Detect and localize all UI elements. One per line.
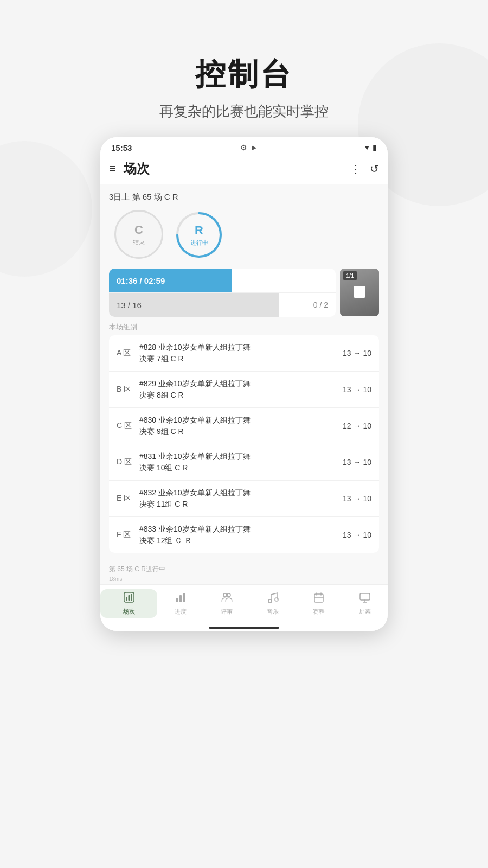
- home-indicator: [209, 627, 279, 629]
- svg-rect-3: [126, 597, 127, 601]
- nav-item-场次[interactable]: 场次: [100, 589, 157, 618]
- group-info: #828 业余10岁女单新人组拉丁舞 决赛 7组 C R: [139, 342, 337, 365]
- svg-rect-13: [314, 594, 323, 602]
- zone-label: B 区: [117, 385, 134, 394]
- group-score: 13 → 10: [343, 385, 371, 394]
- app-bar-actions: ⋮ ↺: [350, 162, 379, 175]
- nav-icon-评审: [221, 591, 233, 605]
- group-info: #833 业余10岁女单新人组拉丁舞 决赛 12组 Ｃ Ｒ: [139, 524, 337, 546]
- footer-status: 第 65 场 C R进行中: [100, 560, 388, 576]
- nav-icon-场次: [123, 591, 135, 605]
- nav-icon-赛程: [313, 591, 325, 605]
- groups-table: A 区#828 业余10岁女单新人组拉丁舞 决赛 7组 C R13 → 10B …: [109, 335, 379, 553]
- circle-c-sublabel: 结束: [133, 238, 145, 246]
- group-score: 13 → 10: [343, 531, 371, 539]
- bottom-nav: 场次进度评审音乐赛程屏幕: [100, 584, 388, 623]
- nav-item-赛程[interactable]: 赛程: [296, 589, 342, 618]
- zone-label: E 区: [117, 494, 134, 503]
- nav-label-屏幕: 屏幕: [359, 608, 371, 616]
- nav-item-音乐[interactable]: 音乐: [249, 589, 296, 618]
- progress-bars: 01:36 / 02:59 13 / 16 0 / 2: [109, 269, 336, 317]
- nav-label-进度: 进度: [175, 608, 187, 616]
- table-row[interactable]: F 区#833 业余10岁女单新人组拉丁舞 决赛 12组 Ｃ Ｒ13 → 10: [109, 517, 379, 553]
- time-progress-row: 01:36 / 02:59: [109, 269, 336, 292]
- refresh-button[interactable]: ↺: [370, 162, 379, 175]
- nav-icon-进度: [175, 591, 187, 605]
- status-right-icons: ▾ ▮: [365, 143, 377, 152]
- ping-label: 18ms: [100, 576, 388, 584]
- app-bar: ≡ 场次 ⋮ ↺: [100, 156, 388, 184]
- svg-rect-6: [176, 598, 178, 602]
- svg-point-9: [223, 593, 227, 597]
- table-row[interactable]: A 区#828 业余10岁女单新人组拉丁舞 决赛 7组 C R13 → 10: [109, 335, 379, 372]
- zone-label: D 区: [117, 457, 134, 467]
- status-center-icons: ⚙ ▶: [240, 143, 256, 152]
- nav-label-场次: 场次: [123, 608, 135, 616]
- count-progress-row: 13 / 16 0 / 2: [109, 293, 336, 317]
- svg-rect-5: [131, 594, 132, 601]
- group-info: #832 业余10岁女单新人组拉丁舞 决赛 11组 C R: [139, 487, 337, 510]
- nav-item-进度[interactable]: 进度: [157, 589, 203, 618]
- zone-label: C 区: [117, 421, 134, 431]
- count-progress-text: 13 / 16: [109, 301, 313, 310]
- zone-label: A 区: [117, 348, 134, 358]
- more-options-button[interactable]: ⋮: [350, 162, 361, 175]
- progress-section: 01:36 / 02:59 13 / 16 0 / 2 1/1: [109, 269, 379, 317]
- svg-point-10: [227, 593, 230, 597]
- nav-label-赛程: 赛程: [313, 608, 325, 616]
- status-time: 15:53: [111, 143, 132, 152]
- nav-item-评审[interactable]: 评审: [203, 589, 249, 618]
- play-icon: ▶: [252, 144, 256, 151]
- nav-icon-屏幕: [359, 591, 371, 605]
- status-circles: C 结束 R 进行中: [109, 210, 379, 260]
- nav-label-评审: 评审: [221, 608, 233, 616]
- groups-label: 本场组别: [109, 322, 379, 332]
- circle-c-label: C: [134, 223, 143, 237]
- nav-label-音乐: 音乐: [267, 608, 279, 616]
- thumbnail-label: 1/1: [343, 271, 357, 280]
- group-info: #829 业余10岁女单新人组拉丁舞 决赛 8组 C R: [139, 378, 337, 401]
- thumbnail-stop-icon: [354, 286, 365, 298]
- wifi-icon: ▾: [365, 143, 369, 152]
- table-row[interactable]: C 区#830 业余10岁女单新人组拉丁舞 决赛 9组 C R12 → 10: [109, 408, 379, 444]
- nav-icon-音乐: [267, 591, 279, 605]
- table-row[interactable]: D 区#831 业余10岁女单新人组拉丁舞 决赛 10组 C R13 → 10: [109, 444, 379, 481]
- zone-label: F 区: [117, 530, 134, 540]
- table-row[interactable]: B 区#829 业余10岁女单新人组拉丁舞 决赛 8组 C R13 → 10: [109, 372, 379, 408]
- main-content: 3日上 第 65 场 C R C 结束 R 进行中: [100, 184, 388, 560]
- group-info: #830 业余10岁女单新人组拉丁舞 决赛 9组 C R: [139, 414, 337, 437]
- menu-button[interactable]: ≡: [109, 162, 116, 176]
- session-header: 3日上 第 65 场 C R: [109, 192, 379, 202]
- settings-icon: ⚙: [240, 143, 247, 152]
- group-score: 13 → 10: [343, 458, 371, 467]
- svg-rect-14: [360, 593, 370, 600]
- status-circle-r: R 进行中: [174, 210, 224, 260]
- app-bar-title: 场次: [124, 160, 350, 177]
- thumbnail[interactable]: 1/1: [340, 269, 379, 316]
- battery-icon: ▮: [373, 143, 377, 152]
- group-score: 12 → 10: [343, 422, 371, 430]
- bottom-indicator: [100, 623, 388, 631]
- svg-rect-8: [183, 593, 185, 602]
- circle-r-label: R: [195, 224, 203, 238]
- group-info: #831 业余10岁女单新人组拉丁舞 决赛 10组 C R: [139, 451, 337, 474]
- count-extra-text: 0 / 2: [313, 301, 336, 309]
- nav-item-屏幕[interactable]: 屏幕: [342, 589, 388, 618]
- circle-r-sublabel: 进行中: [190, 239, 208, 247]
- status-circle-c: C 结束: [114, 210, 163, 259]
- status-bar: 15:53 ⚙ ▶ ▾ ▮: [100, 137, 388, 156]
- svg-rect-7: [179, 595, 182, 602]
- phone-frame: 15:53 ⚙ ▶ ▾ ▮ ≡ 场次 ⋮ ↺ 3日上 第 65 场 C R C …: [100, 137, 388, 631]
- svg-rect-4: [128, 595, 130, 601]
- group-score: 13 → 10: [343, 349, 371, 358]
- time-progress-text: 01:36 / 02:59: [109, 276, 336, 285]
- table-row[interactable]: E 区#832 业余10岁女单新人组拉丁舞 决赛 11组 C R13 → 10: [109, 481, 379, 517]
- group-score: 13 → 10: [343, 494, 371, 503]
